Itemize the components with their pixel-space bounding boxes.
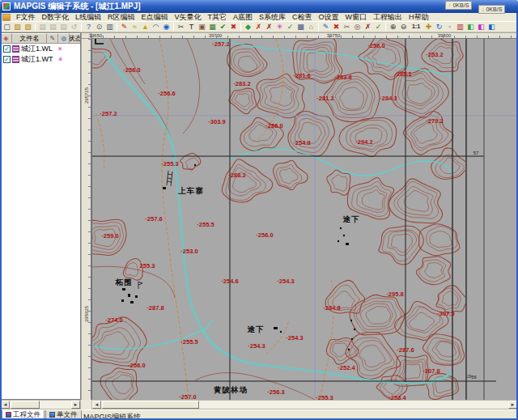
toolbar-separator: [173, 23, 174, 32]
menu-item-12[interactable]: W窗口: [342, 12, 371, 23]
home-view-button[interactable]: ⌂: [306, 22, 316, 32]
paste-button[interactable]: ▣: [197, 22, 207, 32]
draw-circle-button[interactable]: ◉: [161, 22, 172, 32]
visibility-icon: ◍: [58, 33, 70, 44]
zoom-out-button[interactable]: ⊖: [398, 22, 409, 32]
spot-height-label: ·253.4: [388, 394, 406, 400]
zoom-1-1-button[interactable]: 1:1: [409, 22, 423, 32]
save-as-button[interactable]: ▤: [48, 22, 58, 32]
place-name-label: 黄陂林场: [213, 385, 248, 394]
tool-b-button[interactable]: ◧: [476, 22, 486, 32]
preview-button[interactable]: ⊙: [94, 22, 104, 32]
scroll-thumb[interactable]: [102, 401, 199, 409]
scroll-left-icon[interactable]: ◄: [1, 401, 10, 409]
revert-button[interactable]: ↺: [69, 22, 79, 32]
toolbar-separator: [35, 23, 36, 32]
spot-height-label: ·281.6: [293, 72, 310, 79]
menu-item-2[interactable]: D数字化: [39, 12, 73, 23]
menu-item-4[interactable]: R区编辑: [104, 12, 138, 23]
map-hscrollbar[interactable]: ◄ ►: [91, 400, 518, 409]
ruler-label: 295725: [82, 79, 91, 112]
cut-button[interactable]: ✂: [176, 22, 186, 32]
snap-button[interactable]: ◎: [352, 22, 363, 32]
accept-button[interactable]: ✓: [373, 22, 384, 32]
clip-button[interactable]: ✂: [342, 22, 352, 32]
menu-item-10[interactable]: C检查: [289, 12, 316, 23]
spot-height-label: ·256.0: [256, 231, 273, 239]
tool-c-button[interactable]: ◧: [486, 22, 497, 32]
spot-height-label: ·254.3: [286, 334, 303, 342]
save-button[interactable]: ▤: [37, 22, 48, 32]
menu-item-1[interactable]: F文件: [13, 12, 39, 23]
line-delete-button[interactable]: ✗: [253, 22, 264, 32]
scroll-left-icon[interactable]: ◄: [92, 401, 101, 409]
column-state[interactable]: 状态: [70, 33, 80, 44]
menu-item-11[interactable]: O设置: [316, 12, 342, 23]
erase-button[interactable]: ✖: [331, 22, 342, 32]
edit-pen-button[interactable]: ✎: [321, 22, 331, 32]
draw-point-button[interactable]: ✎: [119, 22, 130, 32]
ruler-label: 39700: [209, 33, 223, 38]
prev-view-button[interactable]: ▫: [444, 22, 455, 32]
topo-check-button[interactable]: ✓: [285, 22, 295, 32]
grid-tool-button[interactable]: ▩: [295, 22, 306, 32]
grid-coordinate-label: 57: [473, 151, 479, 155]
layer-visibility-checkbox[interactable]: ✓: [3, 56, 11, 63]
spot-height-label: ·255.3: [316, 394, 333, 400]
spot-height-label: ·254.6: [221, 278, 238, 285]
menu-item-6[interactable]: V矢量化: [172, 12, 205, 23]
spot-height-label: ·255.5: [180, 338, 197, 346]
menu-item-3[interactable]: L线编辑: [72, 12, 104, 23]
pattern-button[interactable]: ✳: [274, 22, 285, 32]
layer-visibility-checkbox[interactable]: ✓: [3, 45, 11, 53]
layer-file-name[interactable]: 城江1.WL: [21, 44, 53, 54]
draw-line-button[interactable]: ≈: [130, 22, 140, 32]
pan-button[interactable]: ✚: [423, 22, 434, 32]
spot-height-label: ·257.6: [145, 215, 162, 223]
node-delete-button[interactable]: ✗: [264, 22, 274, 32]
spot-height-label: ·256.3: [267, 388, 284, 396]
open-project-button[interactable]: ▧: [23, 22, 33, 32]
map-canvas[interactable]: ·257.2·256.0·256.6·257.2·283.2·303.9·286…: [91, 39, 518, 400]
spot-height-label: ·274.0: [105, 316, 122, 324]
zoom-in-button[interactable]: ⊕: [388, 22, 398, 32]
confirm-button[interactable]: ✔: [218, 22, 228, 32]
menu-item-5[interactable]: E点编辑: [138, 12, 172, 23]
print-button[interactable]: ▥: [104, 22, 115, 32]
spot-height-label: ·257.0: [179, 393, 196, 400]
save-all-button[interactable]: ▤: [58, 22, 69, 32]
scroll-thumb[interactable]: [11, 401, 40, 409]
menu-item-9[interactable]: S系统库: [256, 12, 289, 23]
menu-item-7[interactable]: T其它: [205, 12, 231, 23]
new-file-button[interactable]: ▢: [2, 22, 12, 32]
layer-file-name[interactable]: 城江1.WT: [21, 54, 53, 65]
scroll-right-icon[interactable]: ►: [71, 401, 80, 409]
attr-table-button[interactable]: ▦: [207, 22, 218, 32]
layer-file-icon: [12, 45, 19, 53]
tool-a-button[interactable]: ◧: [465, 22, 476, 32]
delete-button[interactable]: ✖: [228, 22, 239, 32]
spot-height-label: ·307.8: [422, 367, 439, 375]
help-button[interactable]: ?: [83, 22, 94, 32]
window-tile-button[interactable]: ▥: [455, 22, 465, 32]
menu-item-8[interactable]: A底图: [230, 12, 256, 23]
panel-hscrollbar[interactable]: ◄ ►: [0, 400, 81, 409]
text-tool-button[interactable]: T: [186, 22, 197, 32]
place-name-label: 上车寨: [177, 186, 204, 195]
draw-arc-button[interactable]: ◠: [151, 22, 161, 32]
layer-row-1[interactable]: ✓城江1.WL✳: [1, 44, 80, 54]
window-title: MAPGIS 编辑子系统 - [城江1.MPJ]: [14, 1, 141, 12]
draw-area-button[interactable]: ▲: [140, 22, 151, 32]
fill-color-button[interactable]: ◆: [243, 22, 253, 32]
spot-height-label: ·253.2: [426, 51, 443, 58]
menu-item-13[interactable]: 工程输出: [370, 12, 405, 23]
spot-height-label: ·253.0: [180, 248, 197, 255]
layer-row-2[interactable]: ✓城江1.WT✳: [1, 54, 80, 65]
column-filename[interactable]: 文件名: [12, 33, 48, 44]
place-name-label: 柘围: [115, 278, 133, 286]
open-file-button[interactable]: ▨: [12, 22, 23, 32]
tab-icon: [49, 412, 55, 418]
menu-item-14[interactable]: H帮助: [405, 12, 432, 23]
reject-button[interactable]: ✗: [363, 22, 373, 32]
refresh-view-button[interactable]: ↻: [434, 22, 444, 32]
